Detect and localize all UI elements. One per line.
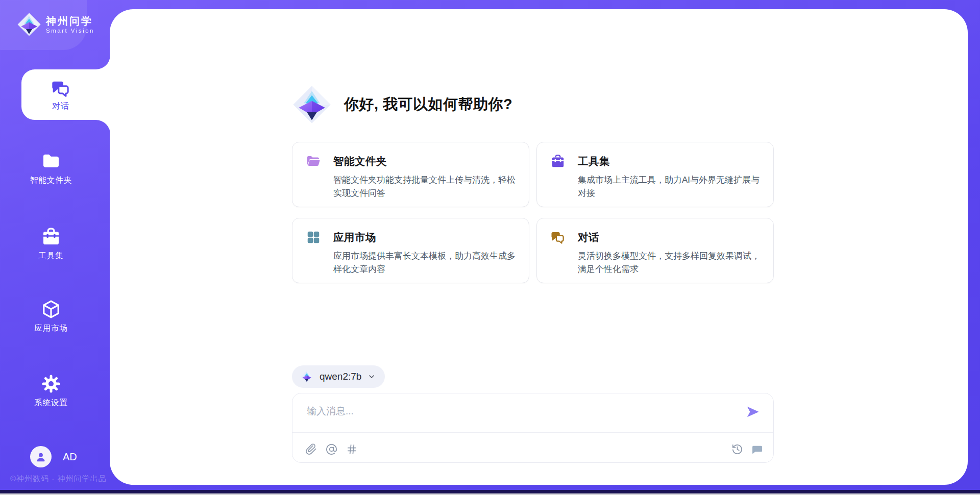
sidebar-item-label: 工具集 xyxy=(38,251,64,261)
send-icon xyxy=(746,405,760,419)
toolbox-icon xyxy=(41,227,61,247)
sidebar-item-label: 系统设置 xyxy=(34,398,68,408)
greeting-text: 你好, 我可以如何帮助你? xyxy=(344,94,512,115)
send-button[interactable] xyxy=(746,405,760,419)
model-selector[interactable]: qwen2:7b xyxy=(292,365,385,388)
card-app-market[interactable]: 应用市场 应用市场提供丰富长文本模板，助力高效生成多样化文章内容 xyxy=(292,218,529,283)
greeting: 你好, 我可以如何帮助你? xyxy=(292,85,512,125)
attach-button[interactable] xyxy=(305,443,317,455)
sidebar-item-toolset[interactable]: 工具集 xyxy=(0,227,102,261)
card-title: 对话 xyxy=(578,230,599,244)
card-chat[interactable]: 对话 灵活切换多模型文件，支持多样回复效果调试，满足个性化需求 xyxy=(536,218,774,283)
message-input[interactable] xyxy=(292,393,773,429)
chat-icon xyxy=(550,230,566,245)
paperclip-icon xyxy=(305,443,317,455)
sidebar-item-label: 智能文件夹 xyxy=(30,175,72,186)
model-diamond-logo-icon xyxy=(300,370,313,383)
user-name: AD xyxy=(63,451,77,463)
composer-divider xyxy=(292,432,773,433)
card-description: 灵活切换多模型文件，支持多样回复效果调试，满足个性化需求 xyxy=(578,250,761,276)
main-content: 你好, 我可以如何帮助你? 智能文件夹 智能文件夹功能支持批量文件上传与清洗，轻… xyxy=(292,9,774,485)
brand: 神州问学 Smart Vision xyxy=(17,12,94,37)
card-title: 智能文件夹 xyxy=(333,154,387,168)
sidebar-item-system-settings[interactable]: 系统设置 xyxy=(0,374,102,408)
toolbox-icon xyxy=(550,154,566,169)
folder-icon xyxy=(41,151,61,171)
person-icon xyxy=(34,450,47,463)
avatar xyxy=(30,446,52,467)
cube-icon xyxy=(41,299,61,319)
card-title: 应用市场 xyxy=(333,230,376,244)
main-panel: 你好, 我可以如何帮助你? 智能文件夹 智能文件夹功能支持批量文件上传与清洗，轻… xyxy=(110,9,968,485)
brand-diamond-logo-icon xyxy=(17,12,41,37)
chevron-down-icon xyxy=(368,373,376,381)
chat-bubble-icon xyxy=(751,443,763,455)
card-description: 集成市场上主流工具，助力AI与外界无缝扩展与对接 xyxy=(578,174,761,200)
mention-button[interactable] xyxy=(326,443,337,455)
at-sign-icon xyxy=(326,443,337,455)
hash-icon xyxy=(346,443,358,455)
sidebar-item-app-market[interactable]: 应用市场 xyxy=(0,299,102,334)
brand-name: 神州问学 xyxy=(46,15,94,27)
card-toolset[interactable]: 工具集 集成市场上主流工具，助力AI与外界无缝扩展与对接 xyxy=(536,142,774,207)
feature-cards: 智能文件夹 智能文件夹功能支持批量文件上传与清洗，轻松实现文件问答 工具集 集成… xyxy=(292,142,774,283)
card-description: 智能文件夹功能支持批量文件上传与清洗，轻松实现文件问答 xyxy=(333,174,517,200)
card-smart-folder[interactable]: 智能文件夹 智能文件夹功能支持批量文件上传与清洗，轻松实现文件问答 xyxy=(292,142,529,207)
card-title: 工具集 xyxy=(578,154,610,168)
sidebar-item-smart-folder[interactable]: 智能文件夹 xyxy=(0,151,102,186)
message-composer xyxy=(292,393,774,463)
history-clock-icon xyxy=(731,443,743,455)
brand-subtitle: Smart Vision xyxy=(46,28,94,34)
copyright-text: ©神州数码 · 神州问学出品 xyxy=(10,474,106,484)
greeting-diamond-logo-icon xyxy=(292,85,332,125)
app-window: 神州问学 Smart Vision 对话 智能文件夹 工具集 应用市场 系统设置 xyxy=(0,0,980,495)
new-chat-button[interactable] xyxy=(751,443,763,455)
gear-icon xyxy=(41,374,61,394)
model-name: qwen2:7b xyxy=(320,371,361,382)
sidebar-item-chat[interactable]: 对话 xyxy=(16,69,105,120)
grid-icon xyxy=(306,230,321,245)
history-button[interactable] xyxy=(731,443,743,455)
user-chip[interactable]: AD xyxy=(30,446,77,467)
sidebar-item-label: 对话 xyxy=(52,101,69,112)
folder-open-icon xyxy=(306,154,321,169)
topic-button[interactable] xyxy=(346,443,358,455)
sidebar-item-label: 应用市场 xyxy=(34,323,68,334)
chat-icon xyxy=(51,78,71,98)
sidebar: 神州问学 Smart Vision 对话 智能文件夹 工具集 应用市场 系统设置 xyxy=(0,0,110,490)
card-description: 应用市场提供丰富长文本模板，助力高效生成多样化文章内容 xyxy=(333,250,517,276)
bottom-edge xyxy=(0,490,980,493)
